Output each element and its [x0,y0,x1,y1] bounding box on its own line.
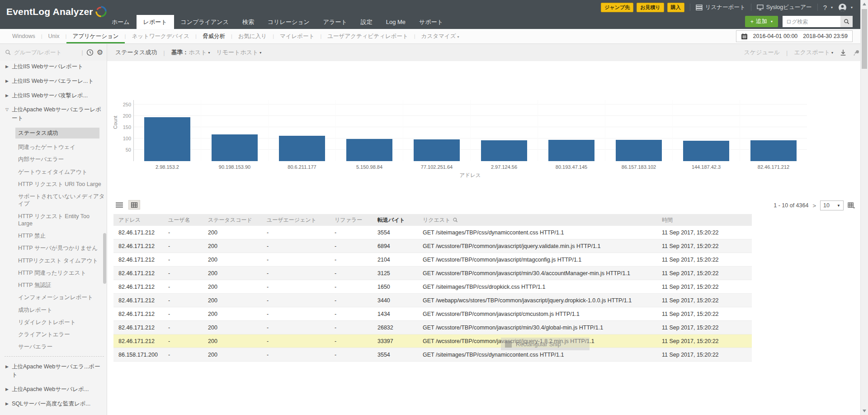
add-button[interactable]: + 追加 ▾ [745,16,778,27]
schedule-button[interactable]: スケジュール [744,48,780,57]
next-page-button[interactable]: > [812,202,816,209]
tree-item-成功レポート[interactable]: 成功レポート [18,306,105,314]
scroll-up-arrow-icon[interactable] [863,3,866,5]
tree-group-item[interactable]: ▶上位Apache Webサーバレポ... [5,385,105,394]
bar-144.187.42.3[interactable] [683,141,729,162]
pin-icon[interactable] [853,49,860,56]
syslog-viewer-button[interactable]: Syslogビューアー [757,4,812,11]
table-row[interactable]: 82.46.171.212-200--6894GET /wcsstore/TBP… [113,239,752,253]
bar-82.46.171.212[interactable] [750,140,797,161]
search-icon[interactable] [453,217,458,223]
bar-77.102.251.64[interactable] [414,139,460,162]
date-range-picker[interactable]: 2016-04-01 00:00 2018-04-30 23:59 [736,30,853,42]
listener-port-button[interactable]: リスナーポート [696,4,745,11]
tab-コンプライアンス[interactable]: コンプライアンス [174,15,236,29]
subnav-item-アプリケーション[interactable]: アプリケーション [66,29,124,43]
column-header-アドレス[interactable]: アドレス [113,216,163,224]
subnav-item-お気に入り[interactable]: お気に入り [232,29,273,43]
log-search-input[interactable] [783,16,840,27]
scroll-down-arrow-icon[interactable] [863,410,866,412]
table-row[interactable]: 82.46.171.212-200--26832GET /wcsstore/TB… [113,321,752,334]
tree-item-内部サーバエラー[interactable]: 内部サーバエラー [18,156,105,163]
column-header-ユーザエージェント[interactable]: ユーザエージェント [262,216,330,224]
grid-view-button[interactable] [128,200,140,210]
tree-group-item[interactable]: ▽上位Apache Webサーバエラーレポート [5,105,105,123]
column-header-ステータスコード[interactable]: ステータスコード [203,216,262,224]
subnav-item-マイレポート[interactable]: マイレポート [274,29,320,43]
bar-86.157.183.102[interactable] [616,140,662,162]
subnav-item-ユーザアクティビティレポート[interactable]: ユーザアクティビティレポート [321,29,414,43]
tree-group-item[interactable]: ▶上位IIS Webサーバレポート [5,62,105,71]
tree-search-input[interactable] [14,49,78,56]
tree-item-サポートされていないメディアタイプ[interactable]: サポートされていないメディアタイプ [18,193,105,208]
help-menu[interactable]: ? ▾ [823,4,833,11]
table-row[interactable]: 82.46.171.212-200--3125GET /wcsstore/TBP… [113,267,752,280]
subnav-item-Unix[interactable]: Unix [42,29,66,43]
log-search-button[interactable] [840,16,853,27]
chevron-collapsed-icon[interactable]: ▶ [5,64,9,71]
download-icon[interactable] [840,49,847,56]
tree-group-item[interactable]: ▶上位Apache Webサーバエラ...ポート [5,363,105,380]
tree-item-HTTP リクエスト Entity Too Large[interactable]: HTTP リクエスト Entity Too Large [18,213,105,228]
tree-item-HTTP 間違ったリクエスト[interactable]: HTTP 間違ったリクエスト [18,269,105,277]
tab-サポート[interactable]: サポート [412,15,450,29]
column-header-転送バイト[interactable]: 転送バイト [373,216,418,224]
table-row[interactable]: 82.46.171.212-200--3440GET /webapp/wcs/s… [113,294,752,307]
tab-レポート[interactable]: レポート [137,15,174,29]
tree-item-ステータス成功[interactable]: ステータス成功 [15,128,99,138]
tree-item-HTTP 無認証[interactable]: HTTP 無認証 [18,281,105,289]
table-row[interactable]: 82.46.171.212-200--3554GET /siteimages/T… [113,226,752,239]
table-row[interactable]: 82.46.171.212-200--2104GET /wcsstore/TBP… [113,253,752,267]
scrollbar-thumb[interactable] [862,9,867,69]
column-header-ユーザ名[interactable]: ユーザ名 [163,216,203,224]
column-chooser-icon[interactable] [848,202,855,209]
tree-item-HTTP サーバが見つかりません[interactable]: HTTP サーバが見つかりません [18,244,105,252]
chevron-collapsed-icon[interactable]: ▶ [5,364,9,380]
tree-group-item[interactable]: ▶上位IIS Webサーバ攻撃レポ... [5,91,105,100]
bar-80.193.47.145[interactable] [548,140,594,162]
bar-90.198.153.90[interactable] [212,134,258,161]
chevron-collapsed-icon[interactable]: ▶ [5,78,9,86]
tab-アラート[interactable]: アラート [316,15,354,29]
table-row[interactable]: 82.46.171.212-200--1650GET /siteimages/T… [113,280,752,294]
tree-item-クライアントエラー[interactable]: クライアントエラー [18,331,105,338]
tree-item-間違ったゲートウェイ[interactable]: 間違ったゲートウェイ [18,143,105,151]
list-view-button[interactable] [113,200,125,210]
chevron-collapsed-icon[interactable]: ▶ [5,93,9,100]
chevron-expanded-icon[interactable]: ▽ [5,107,9,123]
remote-host-dropdown[interactable]: リモートホスト ▾ [217,48,262,57]
tree-item-HTTP リクエスト URI Too Large[interactable]: HTTP リクエスト URI Too Large [18,181,105,188]
tree-item-リダイレクトレポート[interactable]: リダイレクトレポート [18,319,105,326]
chevron-collapsed-icon[interactable]: ▶ [5,386,9,394]
tab-設定[interactable]: 設定 [354,15,379,29]
gear-icon[interactable]: ⚙ [97,49,103,56]
tree-item-ゲートウェイタイムアウト[interactable]: ゲートウェイタイムアウト [18,168,105,176]
account-menu[interactable]: ▾ [838,3,853,12]
tree-group-item[interactable]: ▶上位IIS Webサーバエラーレ...ト [5,77,105,86]
chevron-collapsed-icon[interactable]: ▶ [5,401,9,408]
sidebar-scrollbar-thumb[interactable] [103,233,106,284]
promo-button-お見積り[interactable]: お見積り [637,3,664,12]
bar-5.150.98.84[interactable] [346,139,392,161]
tree-item-HTTPリクエスト タイムアウト[interactable]: HTTPリクエスト タイムアウト [18,257,105,264]
promo-button-ジャンプ先[interactable]: ジャンプ先 [601,3,633,12]
tree-item-サーバエラー[interactable]: サーバエラー [18,343,105,350]
bar-2.97.124.56[interactable] [481,140,527,162]
tree-item-インフォメーションレポート[interactable]: インフォメーションレポート [18,294,105,301]
column-header-リファラー[interactable]: リファラー [330,216,373,224]
criteria-host-dropdown[interactable]: ホスト ▾ [189,48,210,57]
column-header-時間[interactable]: 時間 [657,216,752,224]
promo-button-購入[interactable]: 購入 [667,3,684,12]
subnav-item-Windows[interactable]: Windows [6,29,41,43]
column-header-リクエスト[interactable]: リクエスト [418,216,657,224]
tree-group-item[interactable]: ▶SQLサーバー高度な監査レポ... [5,400,105,408]
bar-80.6.211.177[interactable] [279,136,325,161]
recent-reports-icon[interactable] [86,49,94,56]
page-size-select[interactable]: 10 ▼ [820,200,844,210]
page-scrollbar[interactable] [860,0,868,415]
tab-コリレーション[interactable]: コリレーション [261,15,316,29]
tree-item-HTTP 禁止[interactable]: HTTP 禁止 [18,232,105,239]
subnav-item-ネットワークデバイス[interactable]: ネットワークデバイス [126,29,195,43]
subnav-item-脅威分析[interactable]: 脅威分析 [197,29,231,43]
subnav-item-カスタマイズ[interactable]: カスタマイズ▾ [415,29,465,43]
